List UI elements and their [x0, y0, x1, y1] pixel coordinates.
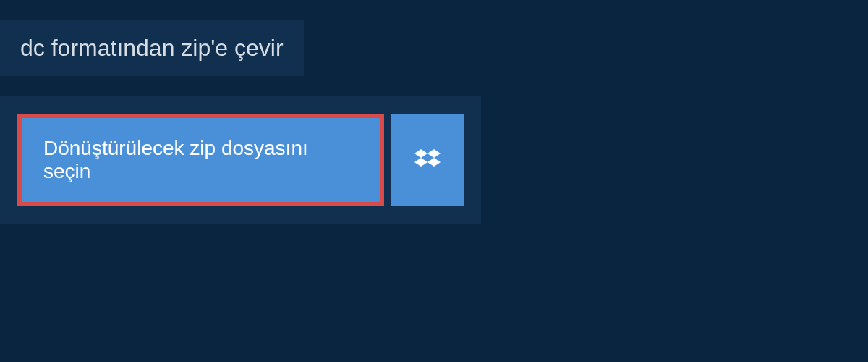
upload-panel: Dönüştürülecek zip dosyasını seçin [0, 96, 481, 224]
dropbox-button[interactable] [391, 114, 464, 206]
dropbox-icon [414, 147, 441, 173]
select-file-button[interactable]: Dönüştürülecek zip dosyasını seçin [17, 114, 384, 206]
select-file-label: Dönüştürülecek zip dosyasını seçin [43, 137, 358, 183]
page-title-tab: dc formatından zip'e çevir [0, 20, 304, 76]
page-title: dc formatından zip'e çevir [20, 35, 284, 61]
